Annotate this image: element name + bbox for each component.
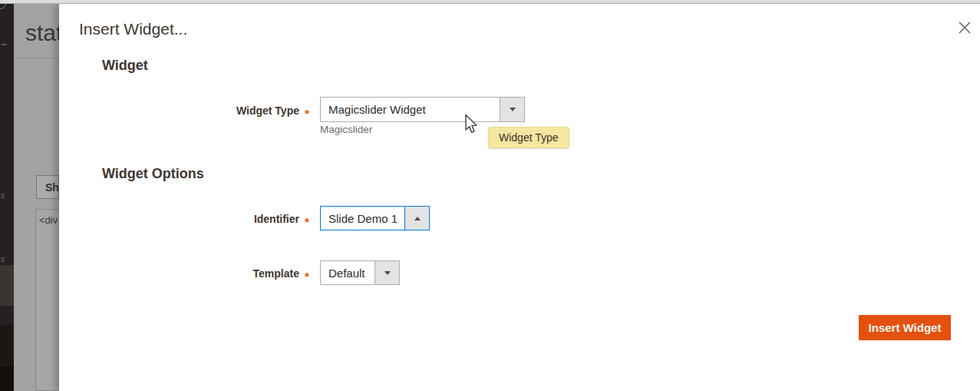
identifier-label: Identifier bbox=[79, 213, 299, 225]
insert-widget-button[interactable]: Insert Widget bbox=[859, 315, 951, 340]
identifier-dropdown-button[interactable] bbox=[404, 207, 429, 230]
page-header-divider bbox=[14, 58, 59, 58]
widget-type-hint: Magicslider bbox=[320, 124, 372, 135]
chevron-up-icon bbox=[414, 217, 421, 220]
content-textarea-partial[interactable]: <div bbox=[35, 209, 59, 391]
identifier-select[interactable]: Slide Demo 1 bbox=[320, 206, 430, 230]
identifier-value: Slide Demo 1 bbox=[328, 207, 404, 230]
page-title-partial: stat bbox=[25, 20, 62, 46]
widget-options-section-heading: Widget Options bbox=[102, 166, 204, 182]
close-icon[interactable] bbox=[955, 19, 974, 38]
widget-type-select[interactable]: Magicslider Widget bbox=[320, 97, 525, 122]
dimmed-background-page: stat Sh <div bbox=[14, 4, 59, 391]
sidebar-icon-fragment: s bbox=[1, 192, 5, 200]
template-label: Template bbox=[79, 267, 299, 280]
sidebar-active-item[interactable] bbox=[0, 265, 14, 306]
window-top-strip bbox=[0, 0, 980, 4]
chevron-down-icon bbox=[384, 271, 391, 275]
screen: s s stat Sh <div Insert Widget... Widget… bbox=[0, 0, 980, 391]
template-select[interactable]: Default bbox=[320, 260, 400, 285]
widget-section-heading: Widget bbox=[102, 58, 148, 74]
mouse-cursor-icon bbox=[464, 114, 480, 138]
sidebar-icon-fragment bbox=[2, 44, 7, 45]
chevron-down-icon bbox=[510, 108, 516, 111]
template-value: Default bbox=[328, 261, 374, 284]
template-dropdown-button[interactable] bbox=[375, 261, 399, 284]
insert-widget-modal: Insert Widget... Widget Widget Type * Ma… bbox=[59, 4, 980, 391]
widget-type-dropdown-button[interactable] bbox=[500, 98, 524, 121]
identifier-required-mark: * bbox=[305, 215, 309, 228]
widget-type-required-mark: * bbox=[305, 107, 309, 120]
modal-title: Insert Widget... bbox=[79, 20, 187, 38]
admin-sidebar: s s bbox=[0, 4, 14, 391]
show-hide-editor-button-partial[interactable]: Sh bbox=[36, 175, 59, 199]
sidebar-icon-fragment: s bbox=[1, 256, 5, 263]
template-required-mark: * bbox=[305, 270, 309, 283]
widget-type-label: Widget Type bbox=[79, 104, 299, 117]
widget-type-tooltip: Widget Type bbox=[488, 127, 569, 148]
textarea-text: <div bbox=[39, 214, 58, 226]
sidebar-bottom-section bbox=[0, 366, 14, 391]
tooltip-text: Widget Type bbox=[499, 131, 559, 144]
